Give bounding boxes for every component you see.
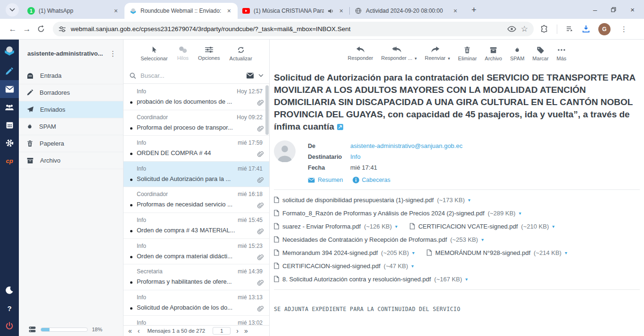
select-button[interactable]: Seleccionar: [140, 46, 167, 61]
calendar-nav-button[interactable]: [0, 116, 19, 134]
list-item[interactable]: Coordinadormié 16:18 Proformas de necesi…: [124, 187, 269, 213]
omnibox[interactable]: webmail.sanjuan.gob.ec/cpsess2312679074/…: [53, 22, 534, 36]
bookmark-star-icon[interactable]: ☆: [521, 24, 528, 34]
mail-nav-button[interactable]: [0, 80, 19, 98]
attachment-menu-caret[interactable]: ▾: [465, 277, 468, 282]
attachment-menu-caret[interactable]: ▾: [565, 250, 567, 255]
list-item[interactable]: Infomié 13:02: [124, 316, 269, 325]
mark-button[interactable]: Marcar: [532, 46, 548, 61]
list-item[interactable]: CoordinadorHoy 09:22 Proforma del proces…: [124, 110, 269, 136]
folder-trash[interactable]: Papelera: [19, 135, 123, 152]
site-settings-icon[interactable]: [58, 25, 66, 33]
tab-youtube[interactable]: (1) Música CRISTIANA Para ×: [238, 3, 350, 19]
tab-whatsapp[interactable]: 1 (1) WhatsApp ×: [23, 3, 124, 19]
reload-button[interactable]: [34, 25, 48, 33]
minimize-button[interactable]: –: [593, 6, 597, 13]
attachment[interactable]: suarez - Enviar Proforma.pdf (~126 KB) ▾: [274, 223, 397, 230]
folder-archive[interactable]: Archivo: [19, 152, 123, 169]
more-button[interactable]: Más: [557, 46, 567, 61]
settings-nav-button[interactable]: [0, 134, 19, 152]
refresh-button[interactable]: Actualizar: [230, 46, 252, 61]
summary-link[interactable]: Resumen: [308, 177, 343, 183]
reply-all-menu-caret[interactable]: ▾: [414, 56, 417, 61]
reply-all-button[interactable]: Responder ...: [381, 46, 412, 61]
attachment-menu-caret[interactable]: ▾: [468, 197, 471, 203]
attachment-menu-caret[interactable]: ▾: [481, 237, 484, 242]
contacts-nav-button[interactable]: [0, 98, 19, 116]
forward-button[interactable]: Reenviar: [425, 46, 446, 61]
reading-list-icon[interactable]: [565, 25, 574, 33]
url-text[interactable]: webmail.sanjuan.gob.ec/cpsess2312679074/…: [71, 25, 503, 33]
list-item[interactable]: Secretariamié 14:39 Proformas y habilita…: [124, 264, 269, 290]
extensions-icon[interactable]: [540, 25, 549, 33]
compose-button[interactable]: [0, 62, 19, 80]
list-item[interactable]: Infomié 15:45 Orden de compra # 43 MATER…: [124, 213, 269, 239]
attachment[interactable]: Necesidades de Contratación y Recepción …: [274, 236, 484, 243]
folder-spam[interactable]: SPAM: [19, 118, 123, 135]
reply-button[interactable]: Responder: [348, 46, 373, 61]
tab-actividad[interactable]: Actividad 2024-09-20 08:00:00 ×: [350, 3, 464, 19]
folder-inbox[interactable]: Entrada: [19, 67, 123, 84]
roundcube-logo[interactable]: [0, 40, 19, 62]
next-page-button[interactable]: ›: [236, 328, 239, 334]
tab-search-button[interactable]: [6, 3, 19, 16]
help-button[interactable]: ?: [0, 299, 19, 317]
download-icon[interactable]: [582, 25, 590, 33]
from-address-link[interactable]: asistente-administrativo@sanjuan.gob.ec: [350, 142, 462, 149]
list-item[interactable]: InfoHoy 12:57 probación de los documento…: [124, 84, 269, 110]
forward-menu-caret[interactable]: ▾: [448, 56, 450, 61]
list-item-selected[interactable]: Infomié 17:41 Solicitud de Autorización …: [124, 162, 269, 188]
tab-roundcube[interactable]: Roundcube Webmail :: Enviado: ×: [124, 3, 238, 19]
attachment[interactable]: Formato_8_Razón de Proformas y Análisis …: [274, 210, 521, 217]
archive-button[interactable]: Archivo: [485, 46, 502, 61]
cpanel-button[interactable]: cp: [0, 152, 19, 170]
attachment[interactable]: 8. Solicitud Autorización contra y resol…: [274, 276, 468, 283]
list-item[interactable]: Infomié 17:59 ORDEN DE COMPRA # 44: [124, 136, 269, 162]
attachment-menu-caret[interactable]: ▾: [395, 224, 397, 229]
page-number-input[interactable]: [213, 327, 231, 335]
search-input[interactable]: [140, 72, 242, 79]
search-scope-chevron-icon[interactable]: [258, 74, 264, 77]
delete-button[interactable]: Eliminar: [458, 46, 477, 61]
speaker-icon[interactable]: [328, 8, 334, 14]
to-address-link[interactable]: Info: [350, 153, 361, 160]
tab-close-icon[interactable]: ×: [338, 7, 345, 15]
options-button[interactable]: Opciones: [198, 46, 220, 61]
attachment[interactable]: Memorandum 394 2024-signed.pdf (~205 KB)…: [274, 249, 414, 256]
threads-button[interactable]: Hilos: [177, 46, 189, 61]
attachment-menu-caret[interactable]: ▾: [412, 250, 414, 255]
attachment[interactable]: solicitud de disponibilidad presupuestar…: [274, 197, 471, 204]
close-window-button[interactable]: ×: [630, 6, 635, 13]
eye-preview-icon[interactable]: [507, 26, 516, 32]
back-button[interactable]: ←: [6, 25, 20, 34]
attachment[interactable]: CERTIFICACION-signed-signed.pdf (~47 KB)…: [274, 262, 414, 270]
attachment-menu-caret[interactable]: ▾: [519, 211, 521, 216]
last-page-button[interactable]: »: [244, 328, 248, 334]
attachment-menu-caret[interactable]: ▾: [412, 263, 414, 269]
prev-page-button[interactable]: ‹: [138, 328, 140, 334]
list-item[interactable]: Infomié 13:13 Solicitud de Aprobación de…: [124, 290, 269, 316]
headers-link[interactable]: Cabeceras: [353, 177, 390, 183]
browser-menu-icon[interactable]: ⋮: [619, 25, 629, 33]
first-page-button[interactable]: «: [128, 328, 132, 334]
forward-button[interactable]: →: [20, 25, 34, 34]
attachment[interactable]: CERTIFICACION VCATE-signed.pdf (~210 KB)…: [410, 223, 554, 230]
folder-sent[interactable]: Enviados: [19, 101, 123, 118]
dark-mode-button[interactable]: [0, 281, 19, 299]
spam-button[interactable]: SPAM: [510, 46, 524, 61]
logout-button[interactable]: [0, 317, 19, 335]
profile-avatar[interactable]: G: [598, 23, 611, 35]
attachment-menu-caret[interactable]: ▾: [552, 224, 554, 229]
restore-window-button[interactable]: [611, 7, 616, 12]
tab-close-icon[interactable]: ×: [112, 7, 120, 15]
tab-close-icon[interactable]: ×: [452, 7, 459, 15]
subject-flag-icon[interactable]: [337, 124, 343, 130]
folder-drafts[interactable]: Borradores: [19, 84, 123, 101]
search-scope-mail-icon[interactable]: [246, 73, 254, 79]
tab-close-icon[interactable]: ×: [225, 7, 233, 15]
account-menu-icon[interactable]: ⋮: [107, 49, 118, 58]
list-item[interactable]: Infomié 15:23 Orden de compra material d…: [124, 239, 269, 265]
attachment[interactable]: MEMORÁNDUM N°928-signed.pdf (~214 KB) ▾: [427, 249, 567, 256]
new-tab-button[interactable]: +: [469, 5, 479, 15]
list-scrollbar[interactable]: [265, 85, 269, 135]
